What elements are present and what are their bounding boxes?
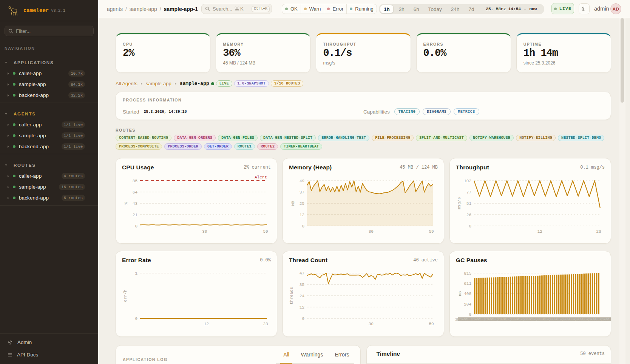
svg-text:43: 43 [133,201,137,206]
svg-text:21: 21 [133,213,138,217]
svg-text:25: 25 [300,201,304,206]
svg-text:64: 64 [133,190,138,195]
svg-text:85: 85 [133,179,137,183]
svg-text:611: 611 [464,281,471,286]
svg-text:59: 59 [263,229,268,234]
svg-text:815: 815 [464,271,471,276]
svg-text:%: % [124,202,128,204]
svg-text:err/h: err/h [123,289,128,302]
svg-text:26: 26 [466,213,471,217]
svg-text:37: 37 [300,190,304,195]
svg-text:59: 59 [429,229,434,234]
svg-text:12: 12 [204,322,209,326]
svg-text:102: 102 [464,179,471,183]
svg-text:59: 59 [429,322,434,326]
svg-text:47: 47 [300,271,304,276]
svg-text:MB: MB [291,201,295,206]
svg-text:35: 35 [300,283,304,287]
svg-text:77: 77 [466,190,471,195]
svg-text:51: 51 [466,201,472,206]
svg-text:2026-03-25T13:55:002026-03-25T: 2026-03-25T13:55:002026-03-25T13:55:0020… [455,318,611,322]
svg-text:30: 30 [369,229,374,234]
svg-text:0: 0 [135,224,137,229]
svg-text:30: 30 [369,322,374,326]
svg-text:0: 0 [302,224,304,229]
svg-text:1: 1 [135,271,137,276]
svg-text:0: 0 [469,312,471,317]
svg-text:Alert: Alert [255,175,267,180]
svg-text:23: 23 [596,229,601,234]
svg-text:threads: threads [289,287,294,304]
svg-text:49: 49 [300,179,304,183]
svg-text:ms: ms [458,291,462,296]
svg-text:0: 0 [469,224,471,229]
svg-text:204: 204 [464,302,471,307]
svg-text:0: 0 [135,316,137,321]
svg-text:12: 12 [537,229,542,234]
svg-text:30: 30 [202,229,207,234]
svg-text:msg/s: msg/s [457,197,462,209]
svg-text:0: 0 [302,316,304,321]
svg-text:23: 23 [263,322,268,326]
svg-text:12: 12 [300,213,304,217]
svg-text:12: 12 [300,305,304,310]
svg-text:408: 408 [464,292,471,296]
svg-text:24: 24 [300,294,305,298]
